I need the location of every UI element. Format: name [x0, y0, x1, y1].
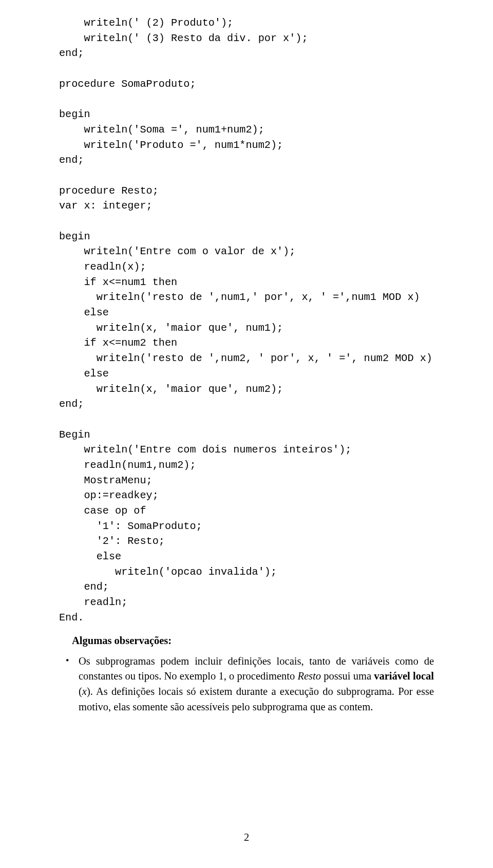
italic-text: Resto: [297, 670, 321, 682]
page-number: 2: [0, 832, 493, 843]
text: (: [79, 686, 82, 697]
list-item: Os subprogramas podem incluir definições…: [66, 654, 434, 715]
text: possui uma: [321, 670, 374, 682]
bullet-list: Os subprogramas podem incluir definições…: [59, 654, 434, 715]
bold-text: variável local: [374, 670, 434, 682]
section-heading: Algumas observações:: [59, 635, 434, 647]
italic-text: x: [82, 686, 87, 697]
text: ). As definições locais só existem duran…: [79, 686, 434, 712]
code-block: writeln(' (2) Produto'); writeln(' (3) R…: [59, 15, 434, 626]
